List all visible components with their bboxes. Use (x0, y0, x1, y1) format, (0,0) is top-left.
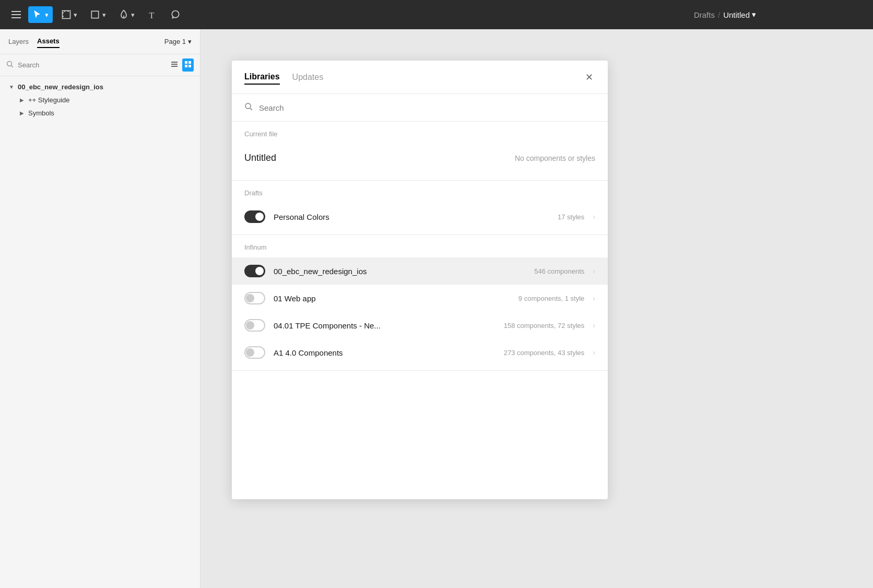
current-file-name: Untitled (244, 152, 506, 163)
drafts-section: Drafts Personal Colors 17 styles › (232, 181, 608, 235)
sidebar-content: ▼ 00_ebc_new_redesign_ios ▶ ++ Styleguid… (0, 76, 200, 588)
lib-item-webapp[interactable]: 01 Web app 9 components, 1 style › (232, 285, 608, 312)
canvas: Libraries Updates ✕ Current file (200, 29, 873, 588)
select-tool-button[interactable]: ▾ (28, 6, 53, 23)
sidebar-view-buttons (169, 58, 194, 72)
svg-rect-16 (185, 65, 187, 67)
lib-chevron-ebc: › (593, 267, 595, 275)
pen-tool-button[interactable]: ▾ (114, 6, 139, 23)
lib-item-a1-name: A1 4.0 Components (274, 348, 496, 357)
toggle-ebc[interactable] (244, 265, 265, 277)
tree-item-root-label: 00_ebc_new_redesign_ios (18, 83, 103, 91)
current-file-label: Current file (232, 130, 608, 144)
select-tool-chevron: ▾ (45, 11, 49, 19)
breadcrumb-current[interactable]: Untitled ▾ (723, 10, 756, 19)
toggle-webapp[interactable] (244, 292, 265, 304)
modal-tab-updates[interactable]: Updates (292, 70, 324, 84)
sidebar: Layers Assets Page 1 ▾ (0, 29, 200, 588)
menu-icon[interactable] (8, 8, 24, 21)
tree-item-styleguide-label: ++ Styleguide (28, 96, 70, 104)
drafts-section-label: Drafts (232, 189, 608, 203)
current-file-item: Untitled No components or styles (232, 144, 608, 172)
pen-icon (119, 9, 129, 20)
toggle-knob-webapp (246, 294, 254, 302)
grid-view-button[interactable] (182, 58, 194, 72)
lib-item-ebc[interactable]: 00_ebc_new_redesign_ios 546 components › (232, 257, 608, 285)
modal-body: Current file Untitled No components or s… (232, 122, 608, 499)
toolbar: ▾ ▾ ▾ ▾ (0, 0, 873, 29)
lib-item-a1[interactable]: A1 4.0 Components 273 components, 43 sty… (232, 339, 608, 366)
page-select[interactable]: Page 1 ▾ (164, 38, 192, 45)
svg-rect-11 (171, 62, 178, 63)
text-icon: T (147, 9, 158, 20)
toggle-a1[interactable] (244, 346, 265, 359)
modal-tab-libraries[interactable]: Libraries (244, 70, 280, 85)
comment-icon (170, 9, 181, 20)
cursor-icon (32, 9, 43, 20)
list-view-button[interactable] (169, 58, 180, 72)
lib-chevron-tpe: › (593, 321, 595, 330)
infinum-section: Infinum 00_ebc_new_redesign_ios 546 comp… (232, 235, 608, 371)
lib-item-tpe[interactable]: 04.01 TPE Components - Ne... 158 compone… (232, 312, 608, 339)
sidebar-tabs: Layers Assets Page 1 ▾ (0, 29, 200, 54)
svg-point-8 (172, 11, 179, 18)
current-file-section: Current file Untitled No components or s… (232, 122, 608, 181)
svg-rect-12 (171, 64, 178, 65)
sidebar-search-bar (0, 54, 200, 76)
modal-close-button[interactable]: ✕ (583, 69, 595, 85)
tree-arrow-root: ▼ (8, 84, 15, 90)
infinum-section-label: Infinum (232, 243, 608, 257)
toggle-knob-a1 (246, 348, 254, 357)
sidebar-search-icon (6, 61, 14, 70)
comment-tool-button[interactable] (166, 6, 185, 23)
toggle-personal-colors[interactable] (244, 210, 265, 223)
tree-item-symbols-label: Symbols (28, 109, 54, 117)
tab-layers[interactable]: Layers (8, 36, 29, 48)
modal-search-bar (232, 94, 608, 122)
shape-tool-button[interactable]: ▾ (86, 6, 110, 23)
modal-header: Libraries Updates ✕ (232, 61, 608, 94)
modal-search-icon (244, 102, 253, 113)
lib-chevron-webapp: › (593, 294, 595, 302)
shape-tool-chevron: ▾ (102, 11, 106, 19)
tree-arrow-styleguide: ▶ (19, 97, 25, 103)
svg-rect-15 (188, 61, 191, 64)
breadcrumb: Drafts / Untitled ▾ (694, 10, 756, 19)
search-input[interactable] (18, 61, 164, 69)
svg-text:T: T (149, 10, 154, 20)
lib-chevron-a1: › (593, 348, 595, 357)
lib-item-personal-colors[interactable]: Personal Colors 17 styles › (232, 203, 608, 230)
svg-rect-17 (188, 65, 191, 67)
svg-line-10 (11, 65, 14, 67)
frame-tool-button[interactable]: ▾ (57, 6, 81, 23)
shape-icon (90, 9, 100, 20)
lib-item-ebc-meta: 546 components (534, 267, 584, 275)
svg-rect-0 (63, 11, 70, 19)
current-file-meta: No components or styles (515, 154, 595, 162)
modal-search-input[interactable] (259, 103, 595, 112)
lib-item-a1-meta: 273 components, 43 styles (504, 349, 585, 357)
svg-rect-5 (91, 11, 98, 18)
tab-assets[interactable]: Assets (37, 35, 60, 48)
svg-rect-13 (171, 66, 178, 67)
lib-item-meta: 17 styles (558, 213, 584, 221)
lib-item-webapp-meta: 9 components, 1 style (518, 295, 584, 302)
libraries-modal: Libraries Updates ✕ Current file (232, 61, 608, 499)
breadcrumb-drafts[interactable]: Drafts (694, 10, 715, 19)
toggle-tpe[interactable] (244, 319, 265, 332)
main: Layers Assets Page 1 ▾ (0, 29, 873, 588)
svg-point-9 (7, 61, 12, 66)
lib-item-tpe-meta: 158 components, 72 styles (504, 322, 585, 330)
tree-item-styleguide[interactable]: ▶ ++ Styleguide (0, 93, 200, 107)
tree-item-root[interactable]: ▼ 00_ebc_new_redesign_ios (0, 80, 200, 93)
lib-item-name: Personal Colors (274, 213, 549, 221)
tree-item-symbols[interactable]: ▶ Symbols (0, 107, 200, 120)
frame-icon (61, 9, 72, 20)
tree-arrow-symbols: ▶ (19, 110, 25, 116)
toggle-knob-tpe (246, 321, 254, 330)
frame-tool-chevron: ▾ (74, 11, 77, 19)
toolbar-left: ▾ ▾ ▾ ▾ (8, 6, 690, 23)
text-tool-button[interactable]: T (143, 6, 162, 23)
lib-item-webapp-name: 01 Web app (274, 294, 510, 303)
svg-rect-14 (185, 61, 187, 64)
